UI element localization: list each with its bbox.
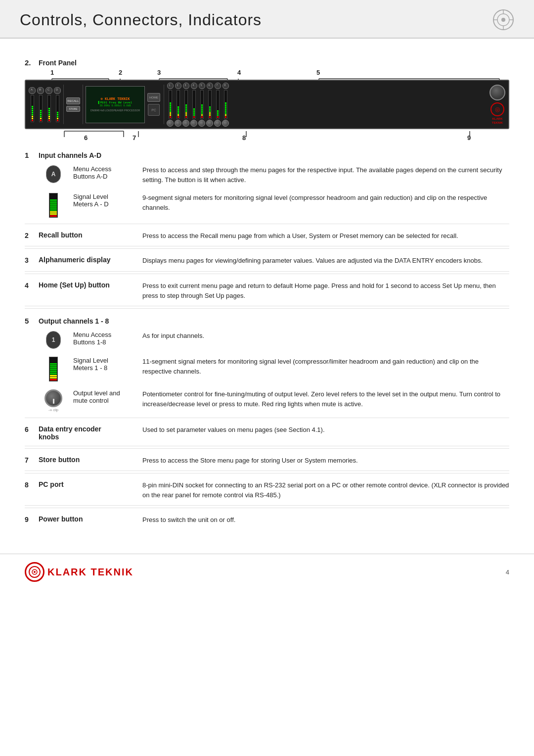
out-ch-5: 5 (198, 83, 205, 127)
out-ch-8: 8 (222, 83, 229, 127)
page-header: Controls, Connectors, Indicators (0, 0, 534, 39)
footer-logo: KLARK TEKNIK (25, 562, 134, 582)
item-7-title: Store button (39, 456, 142, 464)
sub-item-output-level: -∞ clip Output level and mute control Po… (25, 385, 509, 416)
out-btn-7: 7 (215, 83, 221, 89)
item-5-num: 5 (25, 317, 39, 325)
brand-text2-panel: TEKNIK (492, 121, 503, 124)
out-knob-label: -∞ clip (48, 408, 58, 412)
divider-6 (25, 448, 509, 449)
out-btn-1: 1 (167, 83, 174, 89)
item-1-num: 1 (25, 151, 39, 159)
page-footer: KLARK TEKNIK 4 (0, 554, 534, 590)
out-level-knob-1 (167, 120, 174, 127)
out-meter-6 (208, 90, 212, 119)
sub-item-signal-level-18-text: 11-segment signal meters for monitoring … (142, 357, 509, 377)
item-2-text: Press to access the Recall menu page fro… (142, 231, 509, 241)
divider-5 (25, 418, 509, 418)
out-meter-8 (224, 90, 227, 119)
display-brand-line: ⊙ KLARK TEKNIK (101, 97, 130, 101)
brand-circle-icon: ◎ (490, 102, 504, 116)
out-level-knob-6 (206, 120, 213, 127)
svg-point-2 (501, 18, 505, 22)
divider-1 (25, 224, 509, 224)
out-ch-4: 4 (190, 83, 197, 127)
sub-item-output-level-label: Output level and mute control (73, 389, 142, 404)
menu-btn-icon-area: A (39, 165, 68, 183)
channel-d: D (54, 87, 61, 122)
item-8-num: 8 (25, 480, 39, 489)
out-level-knob-2 (175, 120, 181, 127)
diag-label-3: 3 (157, 69, 161, 76)
signal-meter-icon-ad (49, 193, 58, 218)
item-8-title: PC port (39, 480, 142, 488)
item-2-row: 2 Recall button Press to access the Reca… (25, 226, 509, 246)
diag-label-2: 2 (119, 69, 122, 76)
header-icon (492, 9, 514, 31)
power-button-panel (490, 85, 505, 100)
sub-item-signal-level-ad-text: 9-segment signal meters for monitoring s… (142, 193, 509, 213)
brand-logo-panel: ◎ KLARK TEKNIK (490, 102, 504, 124)
home-button-panel: HOME (147, 93, 160, 102)
out-ch-2: 2 (175, 83, 181, 127)
out-meter-1 (169, 90, 172, 119)
svg-point-26 (34, 571, 36, 573)
item-8-row: 8 PC port 8-pin mini-DIN socket for conn… (25, 475, 509, 506)
item-1-title: Input channels A-D (39, 151, 101, 159)
out-btn-5: 5 (199, 83, 205, 89)
out-level-knob-8 (222, 120, 229, 127)
item-5-title: Output channels 1 - 8 (39, 317, 109, 325)
sub-item-menu-access-ad-text: Press to access and step through the men… (142, 165, 509, 185)
sub-item-menu-access-ad: A Menu Access Buttons A-D Press to acces… (25, 161, 509, 189)
sub-item-menu-access-18-text: As for input channels. (142, 331, 509, 341)
item-9-row: 9 Power button Press to switch the unit … (25, 510, 509, 530)
out-level-knob-3 (182, 120, 189, 127)
sub-item-menu-access-18: 1 Menu Access Buttons 1-8 As for input c… (25, 327, 509, 353)
ch-a-meter (31, 95, 34, 122)
item-4-row: 4 Home (Set Up) button Press to exit cur… (25, 276, 509, 306)
item-group-1: 1 Input channels A-D A Menu Access Butto… (25, 145, 509, 222)
signal-meter-icon-out (49, 357, 58, 381)
power-brand-section: ◎ KLARK TEKNIK (490, 85, 505, 124)
item-4-text: Press to exit current menu page and retu… (142, 281, 509, 301)
output-level-knob-icon (44, 389, 62, 407)
ch-d-btn: D (54, 87, 61, 94)
panel-simulation: A B (25, 80, 509, 129)
home-pc-section: HOME PC (147, 93, 160, 116)
menu-access-btn-icon-out: 1 (46, 331, 61, 349)
item-3-title: Alphanumeric display (39, 256, 142, 264)
out-ch-3: 3 (182, 83, 189, 127)
footer-logo-icon (28, 565, 42, 579)
page-title: Controls, Connectors, Indicators (20, 11, 262, 29)
item-9-num: 9 (25, 515, 39, 523)
divider-2 (25, 248, 509, 249)
channel-a: A (29, 87, 36, 122)
divider-3 (25, 274, 509, 274)
sub-item-menu-access-18-label: Menu Access Buttons 1-8 (73, 331, 142, 346)
out-btn-6: 6 (207, 83, 213, 89)
out-btn-4: 4 (191, 83, 197, 89)
recall-section: RECALL STORE (66, 97, 80, 112)
divider-8 (25, 508, 509, 508)
diag-label-9: 9 (467, 134, 471, 142)
item-5-header: 5 Output channels 1 - 8 (25, 311, 509, 327)
out-btn-2: 2 (175, 83, 181, 89)
channel-c: C (45, 87, 52, 122)
item-7-text: Press to access the Store menu page for … (142, 456, 509, 466)
section-title: Front Panel (39, 59, 77, 67)
out-btn-8: 8 (222, 83, 229, 89)
item-6-text: Used to set parameter values on menu pag… (142, 425, 509, 435)
sub-item-signal-level-ad-label: Signal Level Meters A - D (73, 193, 142, 208)
item-3-num: 3 (25, 256, 39, 264)
channel-b: B (37, 87, 44, 122)
diag-label-7: 7 (133, 134, 136, 142)
meter-icon-area-ad (39, 193, 68, 218)
ch-d-meter (56, 95, 59, 122)
page-content: 2. Front Panel 1 2 3 4 5 (0, 39, 534, 550)
item-2-title: Recall button (39, 231, 142, 239)
ch-b-btn: B (37, 87, 44, 94)
out-meter-2 (177, 90, 180, 119)
item-4-title: Home (Set Up) button (39, 281, 142, 289)
output-channels-section: 1 2 (167, 83, 229, 127)
alphanumeric-display: ⊙ KLARK TEKNIK ▌PE01 Freq BW Level 20.00… (86, 86, 145, 123)
